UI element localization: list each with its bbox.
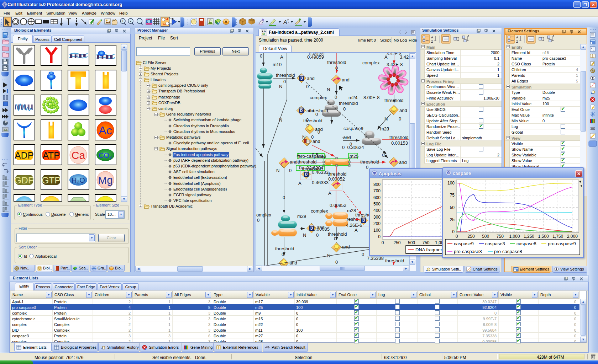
svg-text:700: 700 [373, 188, 381, 193]
svg-text:threshold: threshold [298, 159, 316, 165]
svg-text:m24: m24 [348, 95, 357, 100]
svg-text:N: N [303, 232, 306, 238]
svg-text:0: 0 [316, 232, 319, 238]
svg-text:threshold: threshold [328, 231, 347, 237]
svg-text:4.26E-6: 4.26E-6 [346, 223, 362, 228]
svg-text:0: 0 [318, 129, 320, 135]
svg-text:and: and [399, 160, 407, 165]
svg-text:threshold: threshold [327, 171, 346, 177]
svg-text:H+: H+ [71, 201, 85, 202]
svg-text:complex: complex [362, 60, 380, 65]
svg-text:A: A [283, 19, 287, 25]
svg-text:Z: Z [516, 40, 518, 43]
svg-text:500: 500 [408, 240, 415, 245]
svg-text:100: 100 [373, 228, 381, 233]
svg-text:threshold: threshold [339, 101, 358, 106]
svg-text:0: 0 [382, 240, 384, 245]
svg-text:A: A [328, 191, 331, 196]
svg-text:0: 0 [366, 165, 368, 170]
svg-text:N: N [327, 253, 330, 258]
svg-text:complex: complex [311, 208, 328, 214]
svg-text:A: A [431, 36, 433, 39]
svg-text:and: and [307, 76, 315, 81]
svg-text:8.00E-8: 8.00E-8 [363, 95, 380, 100]
svg-text:50: 50 [450, 205, 455, 210]
svg-text:0: 0 [334, 236, 336, 241]
svg-text:+: + [122, 19, 124, 23]
svg-text:threshold: threshold [389, 135, 408, 140]
svg-text:0.46333: 0.46333 [312, 180, 329, 185]
svg-text:250: 250 [393, 240, 400, 245]
svg-text:500: 500 [373, 202, 381, 207]
svg-text:complex: complex [310, 95, 327, 100]
svg-text:250: 250 [468, 234, 475, 239]
svg-text:2,000: 2,000 [567, 234, 578, 239]
svg-text:D: D [300, 109, 303, 113]
svg-text:1,500: 1,500 [538, 234, 549, 239]
svg-text:P: P [209, 19, 211, 22]
svg-text:A: A [297, 152, 300, 158]
svg-text:CH: CH [16, 201, 32, 202]
svg-text:600: 600 [373, 195, 381, 200]
svg-text:300: 300 [373, 215, 381, 220]
svg-text:500: 500 [482, 234, 489, 239]
svg-text:400: 400 [373, 208, 381, 213]
svg-text:0: 0 [257, 218, 259, 223]
svg-text:CI: CI [373, 172, 376, 175]
svg-text:A: A [355, 228, 358, 233]
svg-text:Z: Z [431, 40, 433, 43]
svg-text:200: 200 [373, 221, 381, 226]
svg-text:0: 0 [306, 84, 309, 89]
svg-text:D: D [362, 219, 365, 223]
svg-text:caspase9: caspase9 [454, 241, 474, 246]
svg-text:and: and [290, 159, 298, 165]
svg-text:0.49859: 0.49859 [309, 53, 325, 57]
svg-text:0: 0 [335, 95, 337, 100]
svg-text:0: 0 [387, 126, 389, 132]
svg-text:0.46333: 0.46333 [312, 170, 329, 175]
svg-text:and: and [399, 108, 407, 113]
svg-text:CO₂: CO₂ [99, 151, 112, 159]
svg-text:1,750: 1,750 [552, 234, 563, 239]
svg-text:m25: m25 [350, 154, 358, 159]
svg-text:75: 75 [450, 193, 455, 198]
svg-text:ADP: ADP [15, 150, 33, 161]
svg-text:0.00852: 0.00852 [328, 176, 345, 182]
svg-text:750: 750 [422, 240, 429, 245]
svg-text:N: N [327, 87, 330, 92]
svg-text:A: A [298, 181, 301, 186]
svg-text:0: 0 [315, 112, 318, 117]
svg-text:-: - [130, 19, 131, 23]
svg-text:?: ? [102, 199, 109, 202]
svg-text:m29: m29 [297, 214, 306, 219]
svg-text:0: 0 [399, 116, 401, 122]
svg-text:0.5: 0.5 [312, 152, 318, 157]
svg-text:D: D [300, 76, 303, 80]
svg-text:0: 0 [362, 252, 364, 257]
svg-text:7.35338: 7.35338 [367, 256, 384, 261]
svg-text:Ca: Ca [72, 149, 85, 161]
svg-text:pro-caspase3: pro-caspase3 [454, 249, 482, 254]
svg-text:GTP: GTP [42, 175, 61, 186]
svg-text:P: P [47, 200, 55, 202]
svg-text:0: 0 [289, 168, 292, 173]
svg-text:N: N [279, 117, 282, 123]
svg-text:0.00852: 0.00852 [330, 203, 346, 208]
svg-text:CI: CI [4, 3, 6, 6]
svg-text:0: 0 [382, 152, 384, 158]
svg-text:800: 800 [373, 182, 381, 187]
svg-text:pro-caspase9: pro-caspase9 [548, 241, 576, 246]
svg-text:0: 0 [260, 53, 262, 59]
svg-text:N: N [276, 168, 279, 173]
svg-text:25: 25 [450, 217, 455, 222]
svg-text:0: 0 [378, 234, 381, 239]
svg-text:1,000: 1,000 [509, 234, 520, 239]
svg-text:A: A [280, 54, 283, 60]
svg-text:m10: m10 [273, 62, 282, 67]
svg-text:and: and [313, 139, 320, 144]
svg-text:100: 100 [447, 181, 455, 186]
svg-text:3.42E-8: 3.42E-8 [387, 53, 402, 56]
svg-text:750: 750 [497, 234, 504, 239]
svg-text:threshold: threshold [385, 258, 404, 263]
svg-text:0: 0 [282, 252, 284, 257]
